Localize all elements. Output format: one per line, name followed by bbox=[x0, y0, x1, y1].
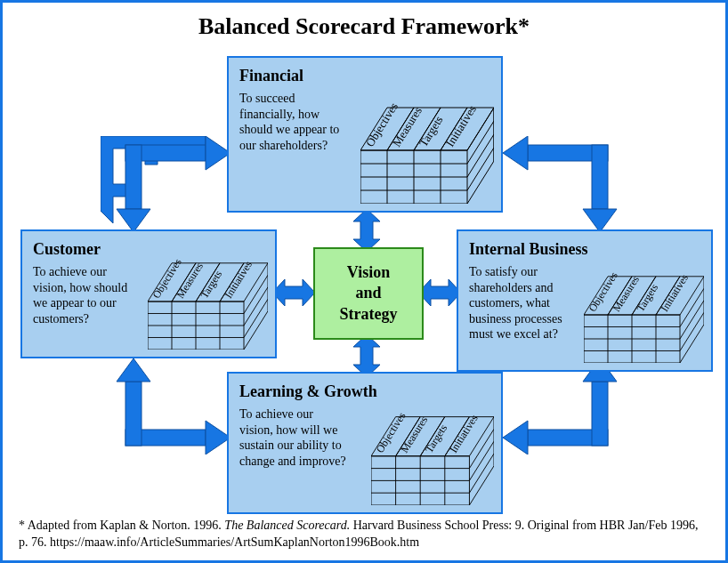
customer-question: To achieve our vision, how should we app… bbox=[33, 264, 140, 326]
svg-line-44 bbox=[244, 275, 268, 313]
svg-line-33 bbox=[467, 134, 494, 177]
svg-line-78 bbox=[469, 454, 494, 493]
svg-marker-19 bbox=[503, 421, 528, 454]
svg-marker-11 bbox=[503, 136, 528, 170]
perspective-financial: Financial To succeed financially, how sh… bbox=[227, 56, 503, 213]
svg-marker-16 bbox=[117, 358, 150, 382]
svg-marker-0 bbox=[353, 209, 380, 252]
arrow-corner-bl-icon bbox=[108, 357, 232, 454]
center-line2: and bbox=[355, 284, 381, 302]
svg-line-75 bbox=[469, 466, 494, 505]
perspective-internal: Internal Business To satisfy our shareho… bbox=[457, 229, 713, 372]
perspective-customer: Customer To achieve our vision, how shou… bbox=[20, 229, 277, 358]
svg-text:Initiatives: Initiatives bbox=[659, 272, 691, 314]
center-line1: Vision bbox=[347, 263, 390, 281]
diagram-frame: Balanced Scorecard Framework* bbox=[0, 0, 728, 563]
svg-line-46 bbox=[244, 299, 268, 337]
svg-marker-3 bbox=[418, 279, 461, 306]
scorecard-table-icon: Objectives Measures Targets Initiatives bbox=[584, 269, 704, 363]
svg-line-59 bbox=[680, 325, 704, 363]
svg-text:Targets: Targets bbox=[423, 422, 449, 454]
svg-rect-18 bbox=[592, 382, 608, 446]
svg-marker-2 bbox=[272, 279, 315, 306]
svg-line-77 bbox=[469, 441, 494, 480]
arrow-center-down-icon bbox=[353, 334, 380, 377]
footnote-italic: The Balanced Scorecard. bbox=[224, 519, 350, 532]
svg-line-43 bbox=[244, 311, 268, 350]
col-targets: Targets bbox=[417, 114, 446, 149]
svg-line-60 bbox=[680, 288, 704, 326]
svg-text:Initiatives: Initiatives bbox=[222, 259, 255, 301]
scorecard-table-icon: Objectives Measures Targets Initiatives bbox=[148, 255, 268, 350]
internal-title: Internal Business bbox=[469, 240, 700, 259]
center-line3: Strategy bbox=[340, 305, 398, 323]
svg-line-61 bbox=[680, 301, 704, 339]
footnote: * Adapted from Kaplan & Norton. 1996. Th… bbox=[19, 518, 709, 551]
svg-line-45 bbox=[244, 287, 268, 326]
learning-title: Learning & Growth bbox=[239, 382, 490, 401]
tbl: Objectives Measures Targets Initiatives bbox=[360, 100, 494, 204]
footnote-prefix: * Adapted from Kaplan & Norton. 1996. bbox=[19, 519, 224, 532]
svg-line-32 bbox=[467, 121, 494, 164]
svg-rect-6 bbox=[125, 145, 142, 209]
svg-line-62 bbox=[680, 312, 704, 350]
internal-question: To satisfy our shareholders and customer… bbox=[469, 264, 589, 342]
svg-rect-10 bbox=[592, 145, 608, 209]
col-initiatives: Initiatives bbox=[443, 103, 479, 149]
arrow-center-up-icon bbox=[353, 209, 380, 252]
arrow-center-left-icon bbox=[272, 279, 315, 306]
svg-text:Initiatives: Initiatives bbox=[447, 412, 480, 454]
scorecard-table-icon: Objectives Measures Targets Initiatives bbox=[360, 99, 494, 204]
arrow-corner-tr-icon bbox=[501, 136, 626, 234]
arrow-center-right-icon bbox=[418, 279, 461, 306]
svg-line-30 bbox=[467, 161, 494, 204]
svg-text:Targets: Targets bbox=[635, 282, 660, 314]
svg-rect-14 bbox=[125, 382, 142, 446]
arrow-corner-tl-icon bbox=[108, 136, 232, 234]
svg-line-76 bbox=[469, 429, 494, 468]
svg-marker-1 bbox=[353, 334, 380, 377]
center-vision-strategy: Vision and Strategy bbox=[313, 247, 424, 340]
learning-question: To achieve our vision, how will we susta… bbox=[239, 406, 346, 469]
financial-title: Financial bbox=[239, 67, 490, 85]
financial-question: To succeed financially, how should we ap… bbox=[239, 91, 346, 153]
svg-text:Targets: Targets bbox=[198, 269, 224, 301]
svg-line-34 bbox=[467, 148, 494, 190]
perspective-learning: Learning & Growth To achieve our vision,… bbox=[227, 372, 503, 514]
diagram-title: Balanced Scorecard Framework* bbox=[3, 13, 725, 40]
scorecard-table-icon: Objectives Measures Targets Initiatives bbox=[371, 408, 494, 505]
